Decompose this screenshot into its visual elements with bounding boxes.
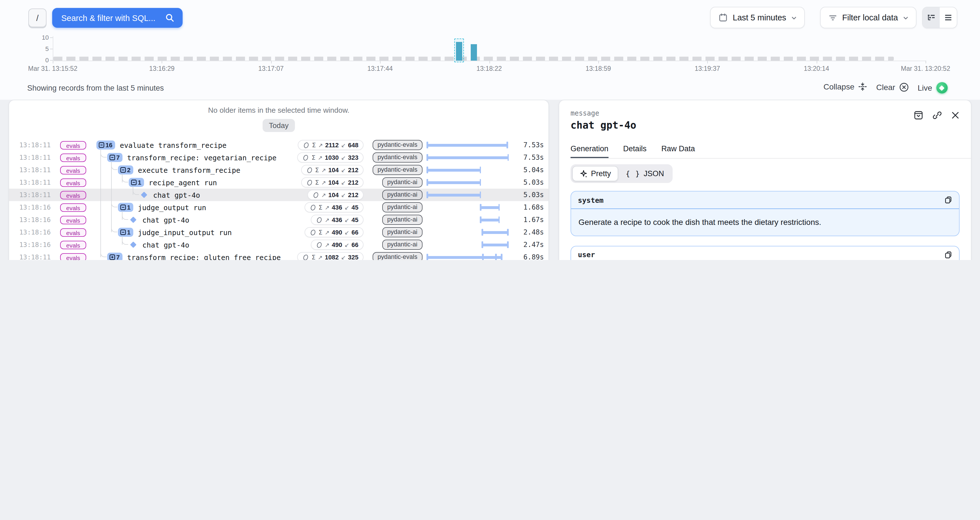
environment-tag-badge[interactable]: evals (60, 216, 86, 224)
time-range-dropdown[interactable]: Last 5 minutes (710, 7, 805, 29)
token-usage-badge[interactable]: Σ↗104↙212 (301, 177, 364, 187)
token-usage-badge[interactable]: ↗490↙66 (310, 239, 364, 250)
environment-tag-badge[interactable]: evals (60, 166, 86, 174)
coin-icon (306, 166, 313, 174)
tokens-out-arrow-icon: ↙ (341, 179, 346, 185)
duration-bar[interactable] (427, 144, 507, 146)
duration-bar[interactable] (427, 193, 480, 196)
json-format-button[interactable]: { } JSON (619, 166, 671, 181)
sdk-badge[interactable]: pydantic-ai (382, 215, 423, 225)
environment-tag-badge[interactable]: evals (60, 153, 86, 162)
tree-view-icon (927, 13, 936, 22)
duration-bar[interactable] (427, 181, 480, 184)
sdk-badge[interactable]: pydantic-ai (382, 190, 423, 200)
sdk-badge[interactable]: pydantic-ai (382, 202, 423, 212)
minus-square-icon (120, 230, 126, 235)
detail-tabs: Generation Details Raw Data (571, 144, 959, 158)
trace-row[interactable]: 13:18:16evals1judge_output runΣ↗436↙45py… (9, 201, 549, 214)
today-badge[interactable]: Today (262, 119, 294, 132)
collapse-node-toggle[interactable]: 1 (129, 178, 144, 187)
span-duration: 1.67s (513, 216, 544, 224)
filter-local-data-dropdown[interactable]: Filter local data (820, 7, 917, 29)
duration-bar[interactable] (427, 256, 502, 258)
token-usage-badge[interactable]: Σ↗436↙45 (304, 202, 364, 212)
close-icon[interactable] (951, 111, 959, 119)
collapse-button-label: Collapse (824, 82, 854, 91)
environment-tag-badge[interactable]: evals (60, 228, 86, 236)
trace-row[interactable]: 13:18:11evals1recipe_agent runΣ↗104↙212p… (9, 176, 549, 189)
coin-icon (302, 254, 309, 260)
token-usage-badge[interactable]: ↗436↙45 (310, 215, 364, 225)
collapse-node-toggle[interactable]: 16 (96, 141, 115, 149)
duration-bar[interactable] (427, 168, 480, 171)
histogram-bar[interactable] (471, 44, 477, 60)
tokens-in-arrow-icon: ↗ (321, 179, 326, 185)
copy-icon[interactable] (944, 196, 952, 204)
trace-row[interactable]: 13:18:11evalschat gpt-4o↗104↙212pydantic… (9, 189, 549, 201)
timeline-histogram[interactable]: 10 5 0 Mar 31. 13:15:5213:16:2913:17:071… (0, 33, 980, 76)
sigma-icon: Σ (312, 154, 316, 161)
environment-tag-badge[interactable]: evals (60, 203, 86, 212)
copy-icon[interactable] (944, 251, 952, 259)
span-label: chat gpt-4o (153, 190, 200, 199)
tokens-out-arrow-icon: ↙ (341, 167, 346, 173)
copy-link-icon[interactable] (932, 111, 942, 120)
search-button[interactable]: Search & filter with SQL... (52, 8, 183, 28)
token-usage-badge[interactable]: Σ↗490↙66 (304, 227, 364, 237)
span-diamond-icon (141, 192, 148, 198)
sdk-badge[interactable]: pydantic-ai (382, 227, 423, 237)
sdk-badge[interactable]: pydantic-evals (372, 152, 423, 163)
token-usage-badge[interactable]: Σ↗1082↙325 (298, 252, 364, 260)
tab-raw-data[interactable]: Raw Data (661, 144, 695, 158)
duration-bar[interactable] (480, 206, 500, 209)
dock-panel-icon[interactable] (914, 111, 923, 120)
list-view-button[interactable] (940, 7, 957, 28)
tab-generation[interactable]: Generation (571, 144, 609, 158)
trace-row[interactable]: 13:18:11evals7transform_recipe: gluten_f… (9, 251, 549, 260)
collapse-node-toggle[interactable]: 2 (118, 165, 133, 174)
duration-bar[interactable] (480, 218, 500, 221)
record-title: chat gpt-4o (571, 119, 636, 131)
duration-bar[interactable] (482, 231, 508, 234)
expand-node-toggle[interactable]: 7 (107, 253, 123, 260)
token-usage-badge[interactable]: Σ↗1030↙323 (298, 152, 364, 163)
pretty-format-button[interactable]: Pretty (572, 166, 619, 181)
collapse-node-toggle[interactable]: 1 (118, 203, 133, 212)
clear-button[interactable]: Clear (876, 82, 909, 92)
trace-row[interactable]: 13:18:11evals16evaluate transform_recipe… (9, 139, 549, 151)
trace-row[interactable]: 13:18:16evalschat gpt-4o↗436↙45pydantic-… (9, 214, 549, 226)
tree-view-button[interactable] (923, 7, 940, 28)
collapse-node-toggle[interactable]: 1 (118, 228, 133, 237)
tokens-out-arrow-icon: ↙ (341, 142, 346, 148)
environment-tag-badge[interactable]: evals (60, 141, 86, 149)
live-toggle[interactable]: Live (918, 82, 947, 94)
sdk-badge[interactable]: pydantic-ai (382, 239, 423, 250)
sdk-badge[interactable]: pydantic-ai (382, 177, 423, 187)
duration-bar[interactable] (427, 156, 508, 159)
main-area: No older items in the selected time wind… (0, 100, 980, 260)
collapse-node-toggle[interactable]: 7 (107, 153, 123, 162)
record-kind-label: message (571, 109, 636, 117)
token-usage-badge[interactable]: ↗104↙212 (307, 190, 364, 200)
tokens-in-arrow-icon: ↗ (325, 242, 329, 248)
environment-tag-badge[interactable]: evals (60, 178, 86, 187)
trace-row[interactable]: 13:18:16evals1judge_input_output runΣ↗49… (9, 226, 549, 238)
sdk-badge[interactable]: pydantic-evals (372, 140, 423, 150)
collapse-button[interactable]: Collapse (824, 82, 867, 91)
sdk-badge[interactable]: pydantic-evals (372, 252, 423, 260)
duration-bar-track (427, 164, 508, 176)
sdk-badge[interactable]: pydantic-evals (372, 165, 423, 175)
time-range-label: Last 5 minutes (733, 13, 786, 22)
format-toggle: Pretty { } JSON (571, 164, 673, 183)
trace-row[interactable]: 13:18:16evalschat gpt-4o↗490↙66pydantic-… (9, 238, 549, 251)
environment-tag-badge[interactable]: evals (60, 190, 86, 199)
token-usage-badge[interactable]: Σ↗2112↙648 (298, 140, 364, 150)
token-usage-badge[interactable]: Σ↗104↙212 (301, 165, 364, 175)
environment-tag-badge[interactable]: evals (60, 241, 86, 249)
trace-row[interactable]: 13:18:11evals2execute transform_recipeΣ↗… (9, 164, 549, 176)
trace-row-timestamp: 13:18:16 (19, 203, 48, 211)
trace-row[interactable]: 13:18:11evals7transform_recipe: vegetari… (9, 151, 549, 164)
duration-bar[interactable] (482, 243, 508, 246)
environment-tag-badge[interactable]: evals (60, 253, 86, 260)
tab-details[interactable]: Details (623, 144, 647, 158)
